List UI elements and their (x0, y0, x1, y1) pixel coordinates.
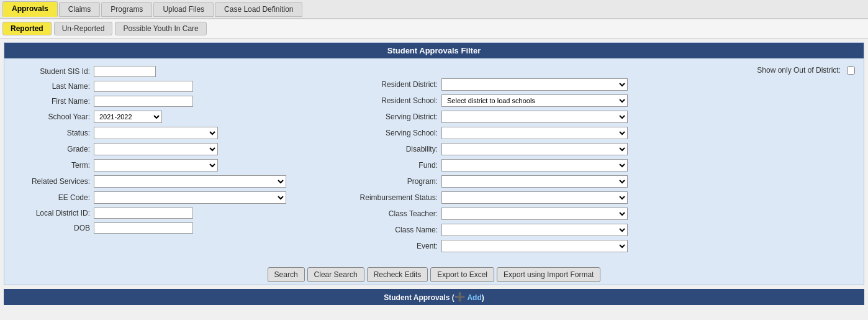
related-services-select[interactable] (94, 175, 286, 188)
student-sis-id-input[interactable] (94, 66, 156, 77)
class-teacher-select[interactable] (441, 208, 628, 220)
footer-bar: Student Approvals (➕ Add) (4, 289, 864, 305)
tab-programs[interactable]: Programs (101, 2, 152, 17)
fund-label: Fund: (342, 161, 441, 170)
dob-row: DOB (13, 222, 323, 234)
filter-right: Show only Out of District: Resident Dist… (336, 63, 861, 258)
serving-district-select[interactable] (441, 111, 628, 123)
program-label: Program: (342, 177, 441, 186)
event-label: Event: (342, 242, 441, 250)
status-row: Status: (13, 127, 323, 139)
fund-row: Fund: (342, 159, 855, 171)
term-row: Term: (13, 159, 323, 171)
search-button[interactable]: Search (268, 267, 305, 282)
class-teacher-label: Class Teacher: (342, 209, 441, 218)
last-name-input[interactable] (94, 81, 193, 92)
top-navigation: Approvals Claims Programs Upload Files C… (0, 0, 868, 19)
school-year-row: School Year: 2021-2022 2020-2021 2019-20… (13, 111, 323, 123)
student-sis-id-label: Student SIS Id: (13, 67, 94, 76)
tab-upload-files[interactable]: Upload Files (153, 2, 214, 17)
tab-case-load-definition[interactable]: Case Load Definition (215, 2, 302, 17)
sub-navigation: Reported Un-Reported Possible Youth In C… (0, 19, 868, 39)
last-name-label: Last Name: (13, 82, 94, 91)
recheck-edits-button[interactable]: Recheck Edits (367, 267, 428, 282)
add-link[interactable]: Add (467, 293, 481, 302)
status-select[interactable] (94, 127, 218, 139)
grade-label: Grade: (13, 145, 94, 153)
term-label: Term: (13, 161, 94, 170)
add-icon: ➕ (454, 292, 465, 302)
class-teacher-row: Class Teacher: (342, 208, 855, 220)
export-to-excel-button[interactable]: Export to Excel (430, 267, 494, 282)
first-name-input[interactable] (94, 96, 193, 107)
show-out-district-checkbox[interactable] (847, 66, 855, 75)
subtab-possible-youth[interactable]: Possible Youth In Care (115, 22, 206, 35)
show-out-district-label: Show only Out of District: (757, 66, 844, 75)
reimbursement-status-select[interactable] (441, 191, 628, 204)
school-year-label: School Year: (13, 112, 94, 121)
export-import-format-button[interactable]: Export using Import Format (497, 267, 600, 282)
grade-select[interactable] (94, 143, 218, 155)
first-name-row: First Name: (13, 96, 323, 107)
resident-school-label: Resident School: (342, 96, 441, 105)
serving-district-label: Serving District: (342, 112, 441, 121)
event-select[interactable] (441, 240, 628, 252)
local-district-id-label: Local District ID: (13, 209, 94, 217)
footer-label-end: ) (482, 293, 484, 302)
resident-district-select[interactable] (441, 78, 628, 91)
disability-row: Disability: (342, 143, 855, 155)
tab-approvals[interactable]: Approvals (2, 1, 58, 17)
resident-district-row: Resident District: (342, 78, 855, 91)
resident-school-select[interactable]: Select district to load schools (441, 94, 628, 107)
last-name-row: Last Name: (13, 81, 323, 92)
show-out-district-row: Show only Out of District: (342, 66, 855, 75)
status-label: Status: (13, 129, 94, 137)
ee-code-label: EE Code: (13, 193, 94, 202)
filter-left: Student SIS Id: Last Name: First Name: S… (7, 63, 330, 258)
subtab-unreported[interactable]: Un-Reported (54, 22, 113, 35)
footer-label: Student Approvals ( (384, 293, 454, 302)
subtab-reported[interactable]: Reported (2, 22, 52, 35)
serving-district-row: Serving District: (342, 111, 855, 123)
filter-header: Student Approvals Filter (4, 43, 864, 58)
related-services-label: Related Services: (13, 177, 94, 186)
event-row: Event: (342, 240, 855, 252)
first-name-label: First Name: (13, 97, 94, 106)
resident-school-row: Resident School: Select district to load… (342, 94, 855, 107)
disability-label: Disability: (342, 145, 441, 153)
term-select[interactable] (94, 159, 218, 171)
clear-search-button[interactable]: Clear Search (307, 267, 364, 282)
school-year-select[interactable]: 2021-2022 2020-2021 2019-2020 (94, 111, 162, 123)
serving-school-label: Serving School: (342, 129, 441, 137)
tab-claims[interactable]: Claims (59, 2, 101, 17)
ee-code-select[interactable] (94, 191, 286, 204)
student-sis-id-row: Student SIS Id: (13, 66, 323, 77)
reimbursement-status-label: Reimbursement Status: (342, 193, 441, 202)
program-select[interactable] (441, 175, 628, 188)
dob-label: DOB (13, 224, 94, 232)
fund-select[interactable] (441, 159, 628, 171)
class-name-row: Class Name: (342, 224, 855, 236)
local-district-id-row: Local District ID: (13, 208, 323, 219)
buttons-row: Search Clear Search Recheck Edits Export… (4, 263, 864, 285)
disability-select[interactable] (441, 143, 628, 155)
filter-body: Student SIS Id: Last Name: First Name: S… (4, 58, 864, 263)
reimbursement-status-row: Reimbursement Status: (342, 191, 855, 204)
resident-district-label: Resident District: (342, 80, 441, 89)
class-name-select[interactable] (441, 224, 628, 236)
class-name-label: Class Name: (342, 226, 441, 234)
serving-school-select[interactable] (441, 127, 628, 139)
local-district-id-input[interactable] (94, 208, 193, 219)
program-row: Program: (342, 175, 855, 188)
grade-row: Grade: (13, 143, 323, 155)
serving-school-row: Serving School: (342, 127, 855, 139)
dob-input[interactable] (94, 222, 193, 234)
related-services-row: Related Services: (13, 175, 323, 188)
filter-section: Student Approvals Filter Student SIS Id:… (4, 42, 864, 285)
ee-code-row: EE Code: (13, 191, 323, 204)
